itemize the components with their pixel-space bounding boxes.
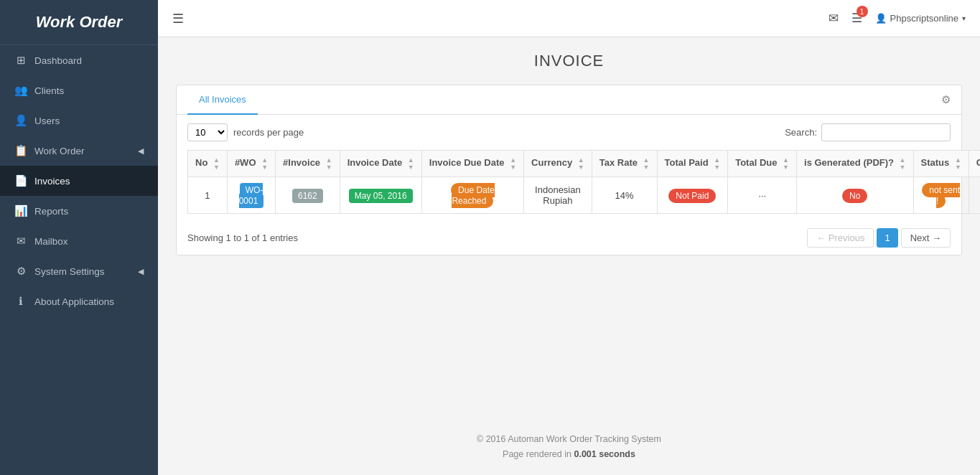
col-currency: Currency ▲▼ [524, 151, 592, 177]
pagination-row: Showing 1 to 1 of 1 entries ← Previous 1… [177, 221, 961, 255]
cell-total-due: ··· [728, 177, 797, 214]
chevron-icon: ◀ [138, 267, 144, 276]
sidebar-item-mailbox[interactable]: ✉ Mailbox [0, 226, 158, 256]
cell-no: 1 [188, 177, 228, 214]
sort-arrows-total-paid: ▲▼ [714, 156, 720, 171]
sort-arrows-status: ▲▼ [955, 156, 961, 171]
col-is-generated: is Generated (PDF)? ▲▼ [797, 151, 914, 177]
notifications-badge: 1 [857, 6, 868, 17]
card-tabs: All Invoices ⚙ [177, 85, 961, 115]
hamburger-button[interactable]: ☰ [172, 11, 184, 27]
sidebar-item-label: System Settings [34, 266, 105, 277]
search-label: Search: [785, 127, 817, 138]
content-area: INVOICE All Invoices ⚙ 10 25 50 100 [158, 37, 980, 419]
invoice-card: All Invoices ⚙ 10 25 50 100 records per … [176, 85, 962, 255]
sidebar-item-invoices[interactable]: 📄 Invoices [0, 166, 158, 196]
sidebar-item-label: Reports [34, 206, 68, 217]
cell-invoice-due-date: Due Date Reached [421, 177, 523, 214]
sidebar-item-clients[interactable]: 👥 Clients [0, 75, 158, 105]
sort-arrows-tax-rate: ▲▼ [643, 156, 650, 171]
col-complete: Complete? ▲▼ [969, 151, 980, 177]
sidebar-item-reports[interactable]: 📊 Reports [0, 196, 158, 226]
pagination: ← Previous 1 Next → [807, 228, 951, 248]
sidebar-item-system-settings[interactable]: ⚙ System Settings ◀ [0, 256, 158, 286]
col-wo: #WO ▲▼ [227, 151, 275, 177]
col-status: Status ▲▼ [913, 151, 969, 177]
sort-arrows-total-due: ▲▼ [783, 156, 789, 171]
col-invoice-due-date: Invoice Due Date ▲▼ [421, 151, 523, 177]
app-logo: Work Order [0, 0, 158, 45]
sidebar-item-about-applications[interactable]: ℹ About Applications [0, 286, 158, 316]
wo-badge[interactable]: WO-0001 [239, 183, 264, 208]
search-input[interactable] [821, 123, 951, 141]
footer: © 2016 Automan Work Order Tracking Syste… [158, 419, 980, 476]
cell-status: not sent ! [913, 177, 969, 214]
cell-total-paid: Not Paid [657, 177, 728, 214]
cell-wo: WO-0001 [227, 177, 275, 214]
table-toolbar: 10 25 50 100 records per page Search: [177, 115, 961, 150]
sort-arrows-invoice-date: ▲▼ [408, 156, 414, 171]
chevron-icon: ◀ [138, 146, 144, 156]
sidebar-item-label: Work Order [34, 146, 85, 156]
footer-render: Page rendered in 0.001 seconds [171, 447, 967, 462]
status-badge: not sent ! [922, 183, 960, 208]
sort-arrows-currency: ▲▼ [578, 156, 584, 171]
sidebar-item-work-order[interactable]: 📋 Work Order ◀ [0, 136, 158, 166]
sidebar-item-label: About Applications [34, 296, 114, 307]
table-header-row: No ▲▼ #WO ▲▼ #Invoice ▲▼ [188, 151, 981, 177]
mailbox-icon: ✉ [14, 235, 27, 248]
topbar: ☰ ✉ ☰ 1 👤 Phpscriptsonline ▾ [158, 0, 980, 37]
email-icon-button[interactable]: ✉ [829, 11, 839, 26]
sort-arrows-is-generated: ▲▼ [900, 156, 906, 171]
invoices-icon: 📄 [14, 174, 27, 187]
card-settings-icon[interactable]: ⚙ [941, 93, 951, 106]
clients-icon: 👥 [14, 84, 27, 97]
sort-arrows-no: ▲▼ [213, 156, 220, 171]
table-row: 1 WO-0001 6162 May 05, 2016 [188, 177, 981, 214]
users-icon: 👤 [14, 114, 27, 127]
showing-text: Showing 1 to 1 of 1 entries [187, 232, 298, 243]
notifications-icon-button[interactable]: ☰ 1 [851, 11, 862, 26]
current-page-number[interactable]: 1 [877, 228, 897, 248]
username-label: Phpscriptsonline [890, 13, 958, 24]
user-icon: 👤 [875, 13, 887, 24]
main-area: ☰ ✉ ☰ 1 👤 Phpscriptsonline ▾ INVOICE Al [158, 0, 980, 475]
page-title: INVOICE [176, 52, 962, 70]
col-no: No ▲▼ [188, 151, 228, 177]
sidebar-item-label: Mailbox [34, 236, 68, 247]
sidebar: Work Order ⊞ Dashboard 👥 Clients 👤 Users… [0, 0, 158, 475]
footer-copyright: © 2016 Automan Work Order Tracking Syste… [171, 432, 967, 447]
sidebar-item-label: Dashboard [34, 55, 82, 66]
due-date-badge: Due Date Reached [451, 183, 495, 208]
user-menu-caret: ▾ [962, 14, 966, 22]
invoice-badge[interactable]: 6162 [292, 189, 323, 203]
tab-all-invoices[interactable]: All Invoices [187, 85, 258, 115]
user-menu[interactable]: 👤 Phpscriptsonline ▾ [875, 13, 966, 24]
sidebar-item-dashboard[interactable]: ⊞ Dashboard [0, 45, 158, 75]
invoice-table: No ▲▼ #WO ▲▼ #Invoice ▲▼ [187, 150, 980, 214]
sidebar-item-label: Users [34, 116, 60, 126]
records-per-page-control: 10 25 50 100 records per page [187, 123, 304, 141]
sort-arrows-wo: ▲▼ [261, 156, 268, 171]
cell-complete: ✕ [969, 177, 980, 214]
sort-arrows-invoice: ▲▼ [326, 156, 332, 171]
records-per-page-select[interactable]: 10 25 50 100 [187, 123, 228, 141]
previous-button[interactable]: ← Previous [807, 228, 874, 248]
total-paid-badge: Not Paid [668, 189, 716, 203]
settings-icon: ⚙ [14, 265, 27, 278]
col-invoice-date: Invoice Date ▲▼ [340, 151, 421, 177]
col-total-paid: Total Paid ▲▼ [657, 151, 728, 177]
records-per-page-label: records per page [233, 127, 304, 138]
sidebar-item-users[interactable]: 👤 Users [0, 105, 158, 136]
work-order-icon: 📋 [14, 144, 27, 157]
about-icon: ℹ [14, 295, 27, 308]
sidebar-item-label: Clients [34, 85, 64, 96]
cell-invoice: 6162 [276, 177, 340, 214]
next-button[interactable]: Next → [901, 228, 951, 248]
cell-currency: Indonesian Rupiah [524, 177, 592, 214]
sort-arrows-invoice-due-date: ▲▼ [510, 156, 516, 171]
footer-render-time: 0.001 seconds [574, 449, 635, 459]
search-box: Search: [785, 123, 951, 141]
col-invoice: #Invoice ▲▼ [276, 151, 340, 177]
reports-icon: 📊 [14, 204, 27, 217]
